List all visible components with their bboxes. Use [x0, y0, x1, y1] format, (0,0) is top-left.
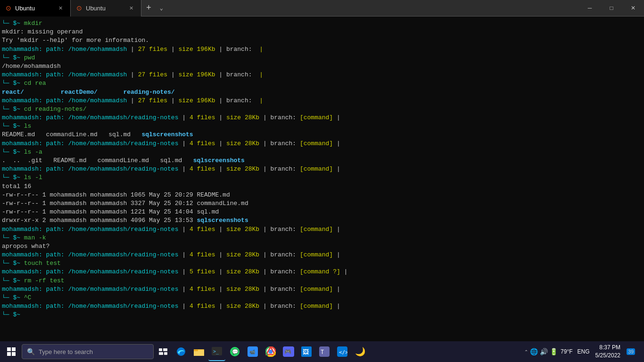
- terminal-line: drwxr-xr-x 2 mohammadsh mohammadsh 4096 …: [2, 216, 642, 225]
- ubuntu-icon-1: ⊙: [6, 4, 11, 12]
- terminal-line: mohammadsh: path: /home/mohammadsh/readi…: [2, 251, 642, 259]
- notifications-button[interactable]: 39: [623, 342, 638, 361]
- whatsapp-icon[interactable]: 💬: [226, 342, 243, 361]
- tab-close-1[interactable]: ✕: [57, 4, 65, 12]
- tab-close-2[interactable]: ✕: [127, 4, 135, 12]
- svg-point-8: [177, 347, 185, 356]
- tab-label-2: Ubuntu: [86, 5, 106, 12]
- terminal-line: react/ reactDemo/ reading-notes/: [2, 88, 642, 97]
- svg-rect-3: [12, 352, 16, 356]
- terminal-line: apropos what?: [2, 242, 642, 251]
- minimize-button[interactable]: ─: [579, 0, 601, 16]
- svg-rect-5: [163, 348, 167, 351]
- chrome-icon[interactable]: [262, 342, 279, 361]
- terminal-line: └─ $~ cd reading-notes/: [2, 105, 642, 114]
- teams-icon[interactable]: T: [316, 342, 333, 361]
- close-button[interactable]: ✕: [622, 0, 644, 16]
- temperature: 79°F: [561, 348, 572, 355]
- tab-dropdown-button[interactable]: ⌄: [156, 5, 167, 12]
- terminal-line: └─ $~ cd rea: [2, 79, 642, 88]
- terminal-line: total 16: [2, 182, 642, 191]
- discord-icon[interactable]: 🎮: [280, 342, 297, 361]
- tab-label-1: Ubuntu: [15, 5, 35, 12]
- terminal-line: Try 'mkdir --help' for more information.: [2, 36, 642, 45]
- file-explorer-icon[interactable]: [190, 342, 207, 361]
- svg-text:🎮: 🎮: [284, 348, 291, 355]
- svg-rect-0: [7, 347, 11, 351]
- tray-volume-icon: 🔊: [540, 348, 548, 355]
- new-tab-button[interactable]: +: [141, 3, 156, 13]
- svg-text:🖼: 🖼: [303, 349, 309, 356]
- terminal-line: mohammadsh: path: /home/mohammadsh/readi…: [2, 285, 642, 294]
- terminal-line: . .. .git README.md commandLine.md sql.m…: [2, 156, 642, 165]
- tray-icons: ⌃ 🌐 🔊 🔋: [524, 348, 558, 355]
- weather-icon[interactable]: 🌙: [352, 342, 369, 361]
- tab-ubuntu-2[interactable]: ⊙ Ubuntu ✕: [71, 0, 141, 16]
- terminal-line: mkdir: missing operand: [2, 28, 642, 36]
- terminal-line: README.md commandLine.md sql.md sqlscree…: [2, 131, 642, 139]
- terminal-line: mohammadsh: path: /home/mohammadsh | 27 …: [2, 71, 642, 79]
- photos-icon[interactable]: 🖼: [298, 342, 315, 361]
- terminal-line: └─ $~ ls -a: [2, 148, 642, 156]
- terminal-line: └─ $~ pwd: [2, 54, 642, 62]
- terminal-line: mohammadsh: path: /home/mohammadsh/readi…: [2, 140, 642, 148]
- terminal-line: /home/mohammadsh: [2, 62, 642, 71]
- taskbar: 🔍 Type here to search >_: [0, 341, 644, 362]
- taskbar-search[interactable]: 🔍 Type here to search: [22, 344, 154, 359]
- tray-chevron[interactable]: ⌃: [524, 349, 528, 354]
- tab-ubuntu-1[interactable]: ⊙ Ubuntu ✕: [0, 0, 71, 16]
- terminal-line: -rw-r--r-- 1 mohammadsh mohammadsh 3327 …: [2, 199, 642, 208]
- start-button[interactable]: [2, 342, 21, 361]
- terminal-line: └─ $~ ls -l: [2, 173, 642, 182]
- svg-text:T: T: [321, 349, 324, 356]
- svg-text:📹: 📹: [249, 349, 256, 355]
- taskview-button[interactable]: [155, 342, 172, 361]
- clock-time: 8:37 PM: [595, 344, 620, 352]
- terminal-line: └─ $~ man -k: [2, 234, 642, 242]
- svg-point-23: [269, 350, 272, 354]
- svg-rect-1: [12, 347, 16, 351]
- language: ENG: [578, 348, 590, 355]
- terminal-line: └─ $~ mkdir: [2, 19, 642, 28]
- terminal-line: mohammadsh: path: /home/mohammadsh | 27 …: [2, 45, 642, 54]
- svg-text:💬: 💬: [232, 348, 239, 355]
- svg-text:</>: </>: [339, 349, 347, 355]
- terminal-line: mohammadsh: path: /home/mohammadsh/readi…: [2, 114, 642, 122]
- terminal-line: └─ $~: [2, 311, 642, 319]
- tray-network-icon: 🌐: [530, 348, 538, 355]
- terminal-line: └─ $~ ls: [2, 122, 642, 131]
- svg-rect-2: [7, 352, 11, 356]
- search-icon: 🔍: [27, 348, 35, 355]
- maximize-button[interactable]: □: [601, 0, 622, 16]
- edge-icon[interactable]: [173, 342, 190, 361]
- terminal-line: mohammadsh: path: /home/mohammadsh/readi…: [2, 165, 642, 173]
- svg-rect-11: [194, 349, 198, 351]
- notification-badge: 39: [627, 348, 635, 355]
- terminal-icon[interactable]: >_: [208, 342, 225, 361]
- terminal-line: mohammadsh: path: /home/mohammadsh/readi…: [2, 302, 642, 311]
- ubuntu-icon-2: ⊙: [76, 4, 82, 12]
- clock-date: 5/25/2022: [595, 352, 620, 360]
- terminal-line: -rw-r--r-- 1 mohammadsh mohammadsh 1065 …: [2, 191, 642, 199]
- terminal-content: └─ $~ mkdir mkdir: missing operand Try '…: [0, 16, 644, 341]
- tray-battery-icon: 🔋: [550, 348, 558, 355]
- terminal-line: └─ $~ touch test: [2, 259, 642, 268]
- terminal-line: mohammadsh: path: /home/mohammadsh/readi…: [2, 268, 642, 276]
- terminal-line: mohammadsh: path: /home/mohammadsh/readi…: [2, 225, 642, 234]
- clock[interactable]: 8:37 PM 5/25/2022: [595, 344, 620, 360]
- system-tray: ⌃ 🌐 🔊 🔋 79°F ENG 8:37 PM 5/25/2022 39: [520, 342, 642, 361]
- terminal-line: mohammadsh: path: /home/mohammadsh | 27 …: [2, 97, 642, 105]
- svg-rect-7: [164, 352, 167, 355]
- terminal-line: └─ $~ rm -rf test: [2, 277, 642, 285]
- terminal-line: └─ $~ ^C: [2, 294, 642, 302]
- vscode-icon[interactable]: </>: [334, 342, 351, 361]
- svg-text:>_: >_: [213, 349, 219, 354]
- search-placeholder: Type here to search: [39, 348, 93, 355]
- window-controls: ─ □ ✕: [579, 0, 644, 16]
- svg-rect-6: [159, 352, 163, 355]
- zoom-icon[interactable]: 📹: [244, 342, 261, 361]
- titlebar: ⊙ Ubuntu ✕ ⊙ Ubuntu ✕ + ⌄ ─ □ ✕: [0, 0, 644, 16]
- svg-rect-4: [159, 348, 162, 351]
- terminal-line: -rw-r--r-- 1 mohammadsh mohammadsh 1221 …: [2, 208, 642, 216]
